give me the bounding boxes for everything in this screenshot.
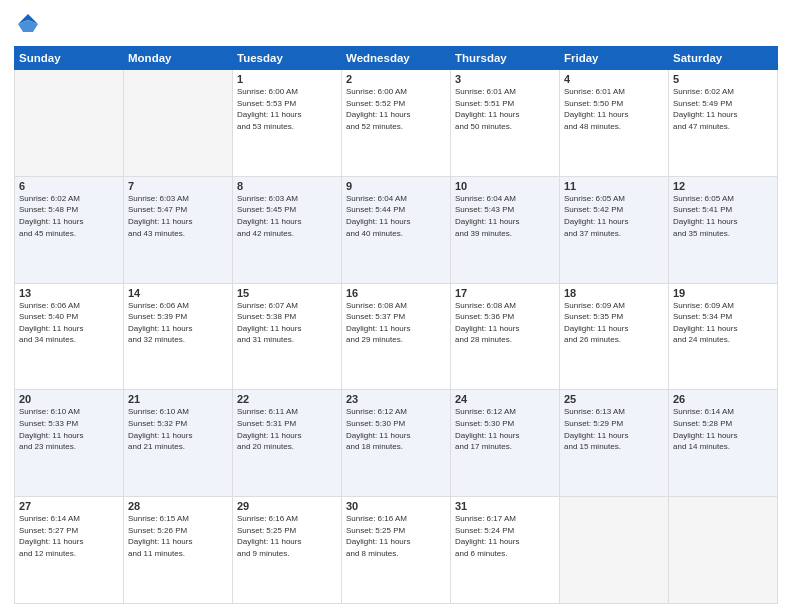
calendar-cell: 1Sunrise: 6:00 AMSunset: 5:53 PMDaylight…: [233, 70, 342, 177]
day-info: Sunrise: 6:01 AMSunset: 5:51 PMDaylight:…: [455, 86, 555, 132]
day-number: 17: [455, 287, 555, 299]
calendar-cell: 21Sunrise: 6:10 AMSunset: 5:32 PMDayligh…: [124, 390, 233, 497]
day-number: 4: [564, 73, 664, 85]
calendar-cell: 16Sunrise: 6:08 AMSunset: 5:37 PMDayligh…: [342, 283, 451, 390]
calendar-cell: 13Sunrise: 6:06 AMSunset: 5:40 PMDayligh…: [15, 283, 124, 390]
calendar-cell: 8Sunrise: 6:03 AMSunset: 5:45 PMDaylight…: [233, 176, 342, 283]
calendar-cell: 10Sunrise: 6:04 AMSunset: 5:43 PMDayligh…: [451, 176, 560, 283]
day-number: 23: [346, 393, 446, 405]
day-number: 25: [564, 393, 664, 405]
calendar-cell: 18Sunrise: 6:09 AMSunset: 5:35 PMDayligh…: [560, 283, 669, 390]
day-info: Sunrise: 6:00 AMSunset: 5:52 PMDaylight:…: [346, 86, 446, 132]
day-number: 3: [455, 73, 555, 85]
page: SundayMondayTuesdayWednesdayThursdayFrid…: [0, 0, 792, 612]
calendar-week-row: 13Sunrise: 6:06 AMSunset: 5:40 PMDayligh…: [15, 283, 778, 390]
calendar-cell: 5Sunrise: 6:02 AMSunset: 5:49 PMDaylight…: [669, 70, 778, 177]
day-info: Sunrise: 6:17 AMSunset: 5:24 PMDaylight:…: [455, 513, 555, 559]
day-info: Sunrise: 6:10 AMSunset: 5:33 PMDaylight:…: [19, 406, 119, 452]
calendar-cell: 24Sunrise: 6:12 AMSunset: 5:30 PMDayligh…: [451, 390, 560, 497]
day-number: 6: [19, 180, 119, 192]
day-info: Sunrise: 6:06 AMSunset: 5:40 PMDaylight:…: [19, 300, 119, 346]
day-number: 14: [128, 287, 228, 299]
calendar-week-row: 27Sunrise: 6:14 AMSunset: 5:27 PMDayligh…: [15, 497, 778, 604]
day-info: Sunrise: 6:02 AMSunset: 5:49 PMDaylight:…: [673, 86, 773, 132]
day-number: 21: [128, 393, 228, 405]
calendar-cell: 20Sunrise: 6:10 AMSunset: 5:33 PMDayligh…: [15, 390, 124, 497]
day-info: Sunrise: 6:10 AMSunset: 5:32 PMDaylight:…: [128, 406, 228, 452]
calendar-cell: 26Sunrise: 6:14 AMSunset: 5:28 PMDayligh…: [669, 390, 778, 497]
day-info: Sunrise: 6:01 AMSunset: 5:50 PMDaylight:…: [564, 86, 664, 132]
weekday-header: Tuesday: [233, 47, 342, 70]
day-info: Sunrise: 6:05 AMSunset: 5:42 PMDaylight:…: [564, 193, 664, 239]
calendar-cell: 17Sunrise: 6:08 AMSunset: 5:36 PMDayligh…: [451, 283, 560, 390]
day-info: Sunrise: 6:06 AMSunset: 5:39 PMDaylight:…: [128, 300, 228, 346]
calendar-cell: 12Sunrise: 6:05 AMSunset: 5:41 PMDayligh…: [669, 176, 778, 283]
calendar-cell: 7Sunrise: 6:03 AMSunset: 5:47 PMDaylight…: [124, 176, 233, 283]
day-number: 26: [673, 393, 773, 405]
day-info: Sunrise: 6:14 AMSunset: 5:27 PMDaylight:…: [19, 513, 119, 559]
calendar-cell: 11Sunrise: 6:05 AMSunset: 5:42 PMDayligh…: [560, 176, 669, 283]
weekday-header: Monday: [124, 47, 233, 70]
calendar-cell: 14Sunrise: 6:06 AMSunset: 5:39 PMDayligh…: [124, 283, 233, 390]
day-info: Sunrise: 6:03 AMSunset: 5:47 PMDaylight:…: [128, 193, 228, 239]
day-number: 30: [346, 500, 446, 512]
day-number: 20: [19, 393, 119, 405]
day-number: 18: [564, 287, 664, 299]
day-info: Sunrise: 6:16 AMSunset: 5:25 PMDaylight:…: [237, 513, 337, 559]
day-number: 1: [237, 73, 337, 85]
calendar-cell: 4Sunrise: 6:01 AMSunset: 5:50 PMDaylight…: [560, 70, 669, 177]
day-info: Sunrise: 6:11 AMSunset: 5:31 PMDaylight:…: [237, 406, 337, 452]
calendar-cell: 31Sunrise: 6:17 AMSunset: 5:24 PMDayligh…: [451, 497, 560, 604]
day-number: 22: [237, 393, 337, 405]
day-info: Sunrise: 6:12 AMSunset: 5:30 PMDaylight:…: [346, 406, 446, 452]
day-number: 12: [673, 180, 773, 192]
calendar-cell: 29Sunrise: 6:16 AMSunset: 5:25 PMDayligh…: [233, 497, 342, 604]
calendar-cell: 25Sunrise: 6:13 AMSunset: 5:29 PMDayligh…: [560, 390, 669, 497]
day-number: 29: [237, 500, 337, 512]
calendar-cell: 19Sunrise: 6:09 AMSunset: 5:34 PMDayligh…: [669, 283, 778, 390]
calendar-cell: 23Sunrise: 6:12 AMSunset: 5:30 PMDayligh…: [342, 390, 451, 497]
day-number: 9: [346, 180, 446, 192]
weekday-header: Saturday: [669, 47, 778, 70]
day-info: Sunrise: 6:12 AMSunset: 5:30 PMDaylight:…: [455, 406, 555, 452]
day-number: 5: [673, 73, 773, 85]
day-info: Sunrise: 6:02 AMSunset: 5:48 PMDaylight:…: [19, 193, 119, 239]
day-info: Sunrise: 6:09 AMSunset: 5:35 PMDaylight:…: [564, 300, 664, 346]
calendar-week-row: 20Sunrise: 6:10 AMSunset: 5:33 PMDayligh…: [15, 390, 778, 497]
calendar-table: SundayMondayTuesdayWednesdayThursdayFrid…: [14, 46, 778, 604]
day-number: 19: [673, 287, 773, 299]
calendar-week-row: 1Sunrise: 6:00 AMSunset: 5:53 PMDaylight…: [15, 70, 778, 177]
calendar-week-row: 6Sunrise: 6:02 AMSunset: 5:48 PMDaylight…: [15, 176, 778, 283]
day-number: 27: [19, 500, 119, 512]
day-info: Sunrise: 6:04 AMSunset: 5:43 PMDaylight:…: [455, 193, 555, 239]
calendar-cell: [560, 497, 669, 604]
day-number: 16: [346, 287, 446, 299]
day-number: 13: [19, 287, 119, 299]
day-info: Sunrise: 6:13 AMSunset: 5:29 PMDaylight:…: [564, 406, 664, 452]
day-info: Sunrise: 6:15 AMSunset: 5:26 PMDaylight:…: [128, 513, 228, 559]
day-info: Sunrise: 6:14 AMSunset: 5:28 PMDaylight:…: [673, 406, 773, 452]
calendar-cell: [669, 497, 778, 604]
day-info: Sunrise: 6:05 AMSunset: 5:41 PMDaylight:…: [673, 193, 773, 239]
weekday-header: Thursday: [451, 47, 560, 70]
calendar-cell: 30Sunrise: 6:16 AMSunset: 5:25 PMDayligh…: [342, 497, 451, 604]
day-number: 11: [564, 180, 664, 192]
calendar-cell: 6Sunrise: 6:02 AMSunset: 5:48 PMDaylight…: [15, 176, 124, 283]
day-number: 31: [455, 500, 555, 512]
day-number: 15: [237, 287, 337, 299]
day-number: 2: [346, 73, 446, 85]
calendar-cell: [124, 70, 233, 177]
calendar-cell: [15, 70, 124, 177]
day-info: Sunrise: 6:07 AMSunset: 5:38 PMDaylight:…: [237, 300, 337, 346]
calendar-cell: 28Sunrise: 6:15 AMSunset: 5:26 PMDayligh…: [124, 497, 233, 604]
day-number: 7: [128, 180, 228, 192]
calendar-cell: 15Sunrise: 6:07 AMSunset: 5:38 PMDayligh…: [233, 283, 342, 390]
calendar-cell: 9Sunrise: 6:04 AMSunset: 5:44 PMDaylight…: [342, 176, 451, 283]
weekday-header: Friday: [560, 47, 669, 70]
logo: [14, 10, 46, 38]
header: [14, 10, 778, 38]
calendar-cell: 22Sunrise: 6:11 AMSunset: 5:31 PMDayligh…: [233, 390, 342, 497]
logo-icon: [14, 10, 42, 38]
day-number: 28: [128, 500, 228, 512]
day-info: Sunrise: 6:09 AMSunset: 5:34 PMDaylight:…: [673, 300, 773, 346]
